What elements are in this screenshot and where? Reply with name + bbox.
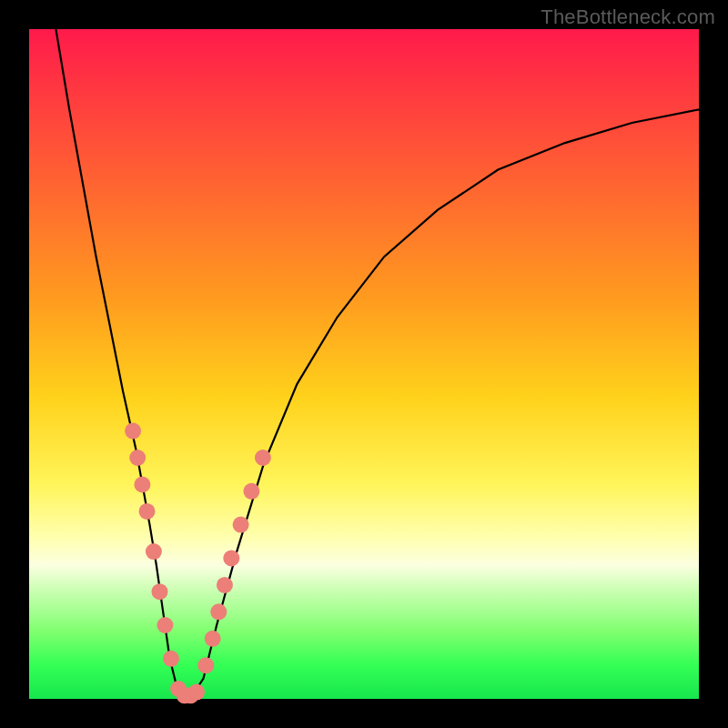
watermark-text: TheBottleneck.com xyxy=(541,5,715,29)
bead-marker xyxy=(255,450,271,466)
bead-marker xyxy=(163,651,179,667)
bottleneck-curve xyxy=(56,29,699,699)
plot-area xyxy=(29,29,699,699)
bead-marker xyxy=(223,550,239,566)
bead-marker xyxy=(233,517,249,533)
bead-marker xyxy=(125,423,141,440)
bead-marker xyxy=(210,603,227,620)
bead-marker xyxy=(188,684,205,701)
chart-frame: TheBottleneck.com xyxy=(0,0,728,728)
chart-svg xyxy=(29,29,699,699)
bead-marker xyxy=(217,577,233,593)
bead-marker xyxy=(157,617,173,633)
bead-marker xyxy=(197,657,214,673)
marker-beads xyxy=(125,423,271,704)
bead-marker xyxy=(243,483,259,500)
bead-marker xyxy=(129,450,146,466)
bead-marker xyxy=(205,631,221,647)
bead-marker xyxy=(139,503,156,520)
bead-marker xyxy=(134,477,150,493)
bead-marker xyxy=(146,543,162,560)
bead-marker xyxy=(152,583,168,600)
